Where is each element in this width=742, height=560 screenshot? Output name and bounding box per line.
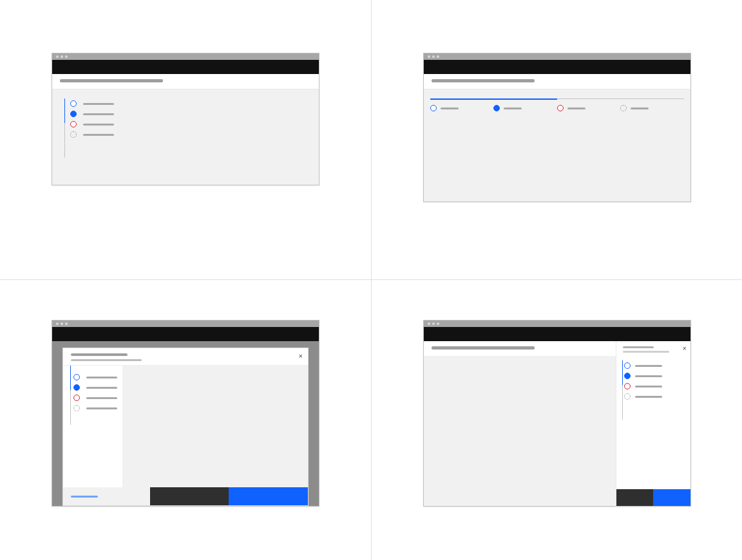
secondary-button[interactable] <box>616 489 654 506</box>
step-label <box>86 397 117 399</box>
step-label <box>83 113 114 115</box>
step-label <box>83 134 114 136</box>
progress-step[interactable] <box>68 403 122 413</box>
circle-outline-icon <box>430 105 437 111</box>
progress-line-inactive <box>70 390 71 425</box>
side-panel: × <box>616 341 690 506</box>
circle-outline-icon <box>73 374 80 380</box>
traffic-light-icon <box>428 55 430 58</box>
progress-step[interactable] <box>68 393 122 403</box>
step-label <box>631 107 649 109</box>
layout-grid: × <box>0 0 742 560</box>
progress-step[interactable] <box>493 98 557 111</box>
step-label <box>86 377 117 378</box>
traffic-light-icon <box>56 55 59 58</box>
step-label <box>635 396 662 398</box>
progress-step[interactable] <box>65 98 319 109</box>
circle-error-icon <box>624 383 631 389</box>
progress-step[interactable] <box>620 391 690 402</box>
progress-step[interactable] <box>620 371 690 381</box>
step-label <box>86 407 117 409</box>
circle-dotted-icon <box>624 393 631 400</box>
progress-step[interactable] <box>65 129 319 140</box>
quadrant-horizontal-progress <box>372 0 742 280</box>
circle-dotted-icon <box>73 405 80 411</box>
modal: × <box>62 348 309 506</box>
step-label <box>635 375 662 377</box>
circle-filled-icon <box>624 373 631 379</box>
traffic-light-icon <box>432 55 435 58</box>
secondary-button[interactable] <box>150 487 229 505</box>
circle-error-icon <box>557 105 564 111</box>
side-panel-header: × <box>616 341 690 357</box>
circle-filled-icon <box>493 105 500 111</box>
primary-button[interactable] <box>653 489 690 506</box>
traffic-light-icon <box>65 55 68 58</box>
traffic-light-icon <box>61 55 63 58</box>
panel-subtitle <box>623 351 669 353</box>
ui-shell-header <box>424 60 690 74</box>
step-label <box>86 387 117 389</box>
close-icon[interactable]: × <box>299 352 303 360</box>
page-content-area <box>424 356 616 506</box>
circle-error-icon <box>70 121 77 127</box>
step-label <box>83 124 114 126</box>
step-label <box>635 365 662 367</box>
ghost-button[interactable] <box>63 487 150 505</box>
close-icon[interactable]: × <box>683 345 687 352</box>
page-title <box>432 79 535 82</box>
step-label <box>504 107 522 109</box>
progress-step[interactable] <box>68 372 122 382</box>
browser-window: × <box>423 320 691 507</box>
progress-indicator-horizontal <box>424 98 690 111</box>
progress-indicator-vertical <box>52 98 319 140</box>
browser-window <box>423 53 691 202</box>
circle-dotted-icon <box>70 131 77 138</box>
quadrant-tearsheet-progress: × <box>372 280 742 560</box>
modal-subtitle <box>71 359 142 361</box>
browser-window <box>52 53 319 185</box>
page-content <box>52 89 319 185</box>
traffic-light-icon <box>61 322 63 325</box>
circle-filled-icon <box>70 111 77 117</box>
progress-line-inactive <box>64 123 65 158</box>
browser-window: × <box>52 320 319 507</box>
modal-header: × <box>63 348 308 365</box>
panel-title <box>623 346 654 348</box>
page-content <box>424 89 690 201</box>
page-title <box>60 79 163 82</box>
traffic-light-icon <box>432 322 435 325</box>
window-titlebar <box>424 321 690 327</box>
traffic-light-icon <box>437 55 439 58</box>
progress-step[interactable] <box>620 381 690 391</box>
circle-outline-icon <box>70 100 77 107</box>
progress-line-active <box>622 360 623 385</box>
circle-dotted-icon <box>620 105 627 111</box>
step-label <box>83 103 114 105</box>
traffic-light-icon <box>65 322 68 325</box>
progress-step[interactable] <box>620 360 690 371</box>
progress-step[interactable] <box>430 98 494 111</box>
modal-body <box>63 365 308 487</box>
ui-shell-header <box>52 327 319 341</box>
progress-step[interactable] <box>68 382 122 393</box>
traffic-light-icon <box>56 322 59 325</box>
modal-title <box>71 353 128 356</box>
progress-step[interactable] <box>65 119 319 129</box>
page-main <box>424 341 616 506</box>
progress-step[interactable] <box>65 109 319 119</box>
progress-indicator-vertical <box>616 357 690 489</box>
traffic-light-icon <box>437 322 439 325</box>
progress-line-active <box>70 366 71 390</box>
page-title <box>432 346 535 350</box>
quadrant-vertical-progress <box>0 0 372 280</box>
step-label <box>635 386 662 387</box>
window-titlebar <box>52 53 319 60</box>
window-titlebar <box>424 53 690 60</box>
modal-footer <box>63 487 308 505</box>
primary-button[interactable] <box>229 487 308 505</box>
progress-step[interactable] <box>620 98 684 111</box>
progress-step[interactable] <box>557 98 621 111</box>
progress-line-inactive <box>622 385 623 420</box>
modal-content-area <box>122 366 308 487</box>
